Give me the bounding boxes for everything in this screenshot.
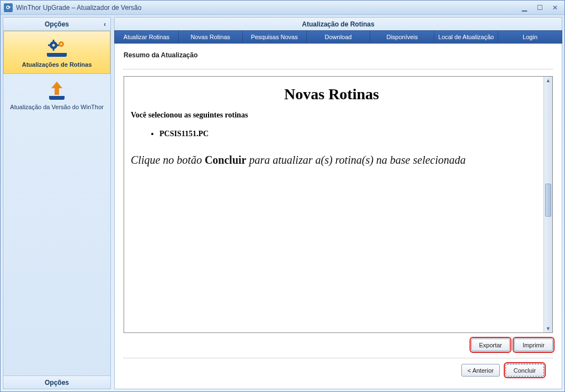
sidebar-footer[interactable]: Opções <box>3 375 110 389</box>
instruction-bold: Concluir <box>205 154 247 166</box>
svg-rect-4 <box>48 45 50 46</box>
maximize-button[interactable]: ☐ <box>534 3 546 12</box>
application-window: ⟳ WinThor UpGrade – Atualizador de Versã… <box>0 0 565 392</box>
summary-actions: Exportar Imprimir <box>124 339 553 351</box>
sidebar-item-label: Atualização da Versão do WinThor <box>10 104 103 110</box>
tab-label: Login <box>523 34 537 40</box>
sidebar-item-atualizacao-versao[interactable]: Atualização da Versão do WinThor <box>3 74 110 116</box>
routine-item: PCSIS1151.PC <box>159 130 534 138</box>
section-title: Resumo da Atualização <box>124 51 553 59</box>
finish-button[interactable]: Concluir <box>505 364 544 377</box>
svg-point-1 <box>52 44 55 47</box>
tab-label: Pesquisas Novas <box>251 34 298 40</box>
print-button[interactable]: Imprimir <box>514 339 553 351</box>
tab-disponiveis[interactable]: Disponíveis <box>370 31 434 43</box>
upload-arrow-icon <box>44 80 70 100</box>
sidebar-item-atualizacoes-rotinas[interactable]: Atualizações de Rotinas <box>3 31 110 74</box>
summary-content: Novas Rotinas Você selecionou as seguint… <box>124 77 543 332</box>
titlebar: ⟳ WinThor UpGrade – Atualizador de Versã… <box>1 1 564 15</box>
tab-label: Novas Rotinas <box>191 34 231 40</box>
main-panel: Atualização de Rotinas Atualizar Rotinas… <box>114 17 562 389</box>
svg-point-7 <box>60 43 62 45</box>
sidebar-header: Opções ‹ <box>3 18 110 31</box>
sidebar-footer-label: Opções <box>45 379 69 386</box>
tab-login[interactable]: Login <box>498 31 562 43</box>
sidebar-collapse-icon[interactable]: ‹ <box>104 20 106 28</box>
tab-download[interactable]: Download <box>307 31 371 43</box>
scroll-down-icon[interactable]: ▼ <box>545 325 552 332</box>
tabbar: Atualizar Rotinas Novas Rotinas Pesquisa… <box>114 30 562 44</box>
scroll-track[interactable] <box>544 84 552 325</box>
gears-tray-icon <box>44 38 70 58</box>
sidebar-header-label: Opções <box>45 20 69 28</box>
app-icon: ⟳ <box>4 3 13 12</box>
instruction-pre: Clique no botão <box>131 154 205 166</box>
tab-label: Atualizar Rotinas <box>124 34 169 40</box>
tab-label: Disponíveis <box>386 34 418 40</box>
svg-rect-2 <box>53 40 55 42</box>
main-header-label: Atualização de Rotinas <box>302 20 374 28</box>
scroll-thumb[interactable] <box>545 184 551 217</box>
routine-list: PCSIS1151.PC <box>159 130 534 138</box>
window-controls: ▁ ☐ ✕ <box>518 3 561 12</box>
body-area: Opções ‹ Atualizações <box>1 15 564 391</box>
export-button[interactable]: Exportar <box>471 339 510 351</box>
summary-panel: Novas Rotinas Você selecionou as seguint… <box>124 76 553 333</box>
scrollbar[interactable]: ▲ ▼ <box>543 77 552 332</box>
tab-label: Local de Atualização <box>438 34 494 40</box>
instruction-text: Clique no botão Concluir para atualizar … <box>131 154 532 167</box>
content-area: Resumo da Atualização Novas Rotinas Você… <box>114 44 562 389</box>
scroll-up-icon[interactable]: ▲ <box>545 77 552 84</box>
summary-title: Novas Rotinas <box>130 85 534 103</box>
tab-pesquisas-novas[interactable]: Pesquisas Novas <box>243 31 307 43</box>
sidebar-body: Atualizações de Rotinas Atualização da V… <box>3 31 110 375</box>
tab-local-atualizacao[interactable]: Local de Atualização <box>434 31 498 43</box>
back-button[interactable]: < Anterior <box>461 364 500 377</box>
tab-label: Download <box>325 34 352 40</box>
tab-novas-rotinas[interactable]: Novas Rotinas <box>179 31 243 43</box>
instruction-post: para atualizar a(s) rotina(s) na base se… <box>246 154 466 166</box>
minimize-button[interactable]: ▁ <box>518 3 530 12</box>
close-button[interactable]: ✕ <box>549 3 561 12</box>
main-header: Atualização de Rotinas <box>114 17 562 30</box>
separator <box>124 69 553 69</box>
selected-routines-label: Você selecionou as seguintes rotinas <box>131 111 532 120</box>
tab-atualizar-rotinas[interactable]: Atualizar Rotinas <box>115 31 179 43</box>
sidebar: Opções ‹ Atualizações <box>3 17 111 389</box>
window-title: WinThor UpGrade – Atualizador de Versão <box>16 4 518 12</box>
wizard-footer: < Anterior Concluir <box>124 358 553 381</box>
svg-rect-3 <box>53 49 55 51</box>
sidebar-item-label: Atualizações de Rotinas <box>22 61 92 68</box>
